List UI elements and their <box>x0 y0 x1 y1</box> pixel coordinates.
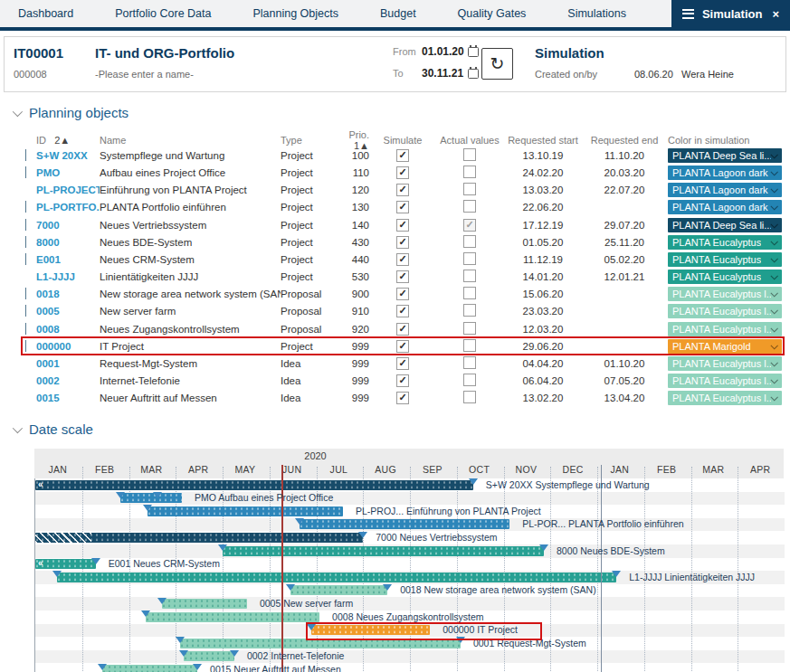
simulate-checkbox[interactable]: ✓ <box>396 219 409 232</box>
expand-icon[interactable] <box>25 149 26 161</box>
milestone-marker-icon[interactable] <box>179 650 188 657</box>
actual-values-checkbox[interactable] <box>463 339 476 352</box>
actual-values-checkbox[interactable]: ✓ <box>463 219 476 232</box>
nav-item-quality-gates[interactable]: Quality Gates <box>458 7 527 20</box>
table-row[interactable]: PL-PORTFO...PLANTA Portfolio einführenPr… <box>22 199 784 216</box>
simulate-checkbox[interactable]: ✓ <box>396 374 409 387</box>
simulate-checkbox[interactable]: ✓ <box>396 323 409 336</box>
actual-values-checkbox[interactable] <box>463 252 476 265</box>
table-row[interactable]: 7000Neues VertriebssystemProject140✓✓17.… <box>22 216 784 233</box>
cell-id[interactable]: PL-PORTFO... <box>36 202 100 213</box>
expand-icon[interactable] <box>25 166 26 178</box>
gantt-bar[interactable] <box>35 533 363 543</box>
color-dropdown[interactable]: PLANTA Eucalyptus l... <box>668 287 782 301</box>
table-row[interactable]: L1-JJJJLinientätigkeiten JJJJProject530✓… <box>22 269 784 286</box>
color-dropdown[interactable]: PLANTA Eucalyptus l... <box>668 391 782 405</box>
simulate-checkbox[interactable]: ✓ <box>396 340 409 353</box>
actual-values-checkbox[interactable] <box>463 200 476 213</box>
gantt-bar[interactable] <box>184 651 234 661</box>
milestone-marker-icon[interactable] <box>383 584 392 591</box>
gantt-bar[interactable] <box>290 585 387 595</box>
collapse-chevron-icon[interactable] <box>13 106 23 116</box>
cell-id[interactable]: 0001 <box>36 358 100 369</box>
cell-id[interactable]: 0015 <box>36 393 100 403</box>
simulate-checkbox[interactable]: ✓ <box>396 236 409 249</box>
gantt-bar[interactable]: « <box>35 559 96 569</box>
simulate-checkbox[interactable]: ✓ <box>396 288 409 300</box>
gantt-bar[interactable] <box>162 599 247 609</box>
simulate-checkbox[interactable]: ✓ <box>396 253 409 266</box>
cell-id[interactable]: PMO <box>36 167 100 178</box>
cell-id[interactable]: E001 <box>36 254 100 265</box>
expand-icon[interactable] <box>25 340 26 352</box>
milestone-marker-icon[interactable] <box>157 598 167 604</box>
chevron-down-icon[interactable] <box>770 255 777 262</box>
color-dropdown[interactable]: PLANTA Eucalyptus <box>668 235 782 250</box>
milestone-marker-icon[interactable] <box>539 544 548 551</box>
cell-id[interactable]: 000000 <box>36 341 100 352</box>
milestone-marker-icon[interactable] <box>176 637 185 643</box>
table-row[interactable]: 0018New storage area network system (SAN… <box>22 286 784 303</box>
chevron-down-icon[interactable] <box>770 342 777 349</box>
actual-values-checkbox[interactable] <box>463 287 476 299</box>
color-dropdown[interactable]: PLANTA Eucalyptus l... <box>668 322 782 336</box>
collapse-chevron-icon[interactable] <box>13 422 23 432</box>
column-header-requested-start[interactable]: Requested start <box>505 135 581 146</box>
chevron-down-icon[interactable] <box>770 168 777 175</box>
chevron-down-icon[interactable] <box>770 151 777 158</box>
milestone-marker-icon[interactable] <box>230 650 239 657</box>
color-dropdown[interactable]: PLANTA Lagoon dark <box>668 200 782 214</box>
chevron-down-icon[interactable] <box>770 221 777 228</box>
table-row[interactable]: E001Neues CRM-SystemProject440✓11.12.190… <box>22 251 784 268</box>
expand-icon[interactable] <box>25 288 26 299</box>
refresh-button[interactable]: ↻ <box>481 48 513 80</box>
table-row[interactable]: S+W 20XXSystempflege und WartungProject1… <box>22 147 784 164</box>
nav-item-planning-objects[interactable]: Planning Objects <box>252 7 338 20</box>
cell-id[interactable]: S+W 20XX <box>36 150 100 161</box>
milestone-marker-icon[interactable] <box>295 518 304 525</box>
simulate-checkbox[interactable]: ✓ <box>396 149 409 162</box>
simulate-checkbox[interactable]: ✓ <box>396 201 409 213</box>
column-header-requested-end[interactable]: Requested end <box>581 135 668 146</box>
expand-icon[interactable] <box>25 201 26 213</box>
milestone-marker-icon[interactable] <box>98 664 107 670</box>
color-dropdown[interactable]: PLANTA Marigold <box>668 339 782 354</box>
expand-icon[interactable] <box>25 236 26 248</box>
close-icon[interactable]: × <box>772 7 779 21</box>
milestone-marker-icon[interactable] <box>143 505 152 511</box>
table-row[interactable]: 000000IT ProjectProject999✓29.06.20PLANT… <box>22 337 784 355</box>
milestone-marker-icon[interactable] <box>193 664 202 670</box>
color-dropdown[interactable]: PLANTA Eucalyptus l... <box>668 304 782 318</box>
simulate-checkbox[interactable]: ✓ <box>396 184 409 196</box>
nav-item-budget[interactable]: Budget <box>380 7 416 20</box>
nav-item-portfolio-core-data[interactable]: Portfolio Core Data <box>115 7 211 20</box>
gantt-bar[interactable] <box>300 519 509 529</box>
cell-id[interactable]: L1-JJJJ <box>36 271 100 282</box>
color-dropdown[interactable]: PLANTA Deep Sea li... <box>668 218 782 232</box>
gantt-bar[interactable] <box>146 612 319 622</box>
color-dropdown[interactable]: PLANTA Eucalyptus <box>668 270 782 284</box>
gantt-bar[interactable] <box>148 506 343 516</box>
table-row[interactable]: 0008Neues ZugangskontrollsystemProposal9… <box>22 320 784 337</box>
cell-id[interactable]: 7000 <box>36 220 100 231</box>
milestone-marker-icon[interactable] <box>286 584 295 591</box>
table-row[interactable]: 0005New server farmProposal910✓23.03.20P… <box>22 303 784 320</box>
chevron-down-icon[interactable] <box>770 308 777 315</box>
menu-icon[interactable] <box>682 6 694 21</box>
chevron-down-icon[interactable] <box>770 272 777 279</box>
actual-values-checkbox[interactable] <box>463 166 476 178</box>
table-row[interactable]: 0001Request-Mgt-SystemIdea999✓04.04.2001… <box>22 355 784 372</box>
milestone-marker-icon[interactable] <box>469 478 478 485</box>
column-header-color-in-simulation[interactable]: Color in simulation <box>668 135 782 146</box>
actual-values-checkbox[interactable] <box>463 304 476 317</box>
cell-id[interactable]: 0002 <box>36 375 100 386</box>
from-date-field[interactable]: 01.01.20 <box>422 45 464 58</box>
expand-icon[interactable] <box>25 323 26 335</box>
cell-id[interactable]: PL-PROJECT <box>36 185 100 195</box>
table-row[interactable]: 8000Neues BDE-SystemProject430✓01.05.202… <box>22 233 784 251</box>
nav-item-simulations[interactable]: Simulations <box>567 7 626 20</box>
chevron-down-icon[interactable] <box>770 376 777 383</box>
chevron-down-icon[interactable] <box>770 393 777 401</box>
tab-simulation-active[interactable]: Simulation × <box>671 0 790 27</box>
table-row[interactable]: PL-PROJECTEinführung von PLANTA ProjectP… <box>22 182 784 199</box>
